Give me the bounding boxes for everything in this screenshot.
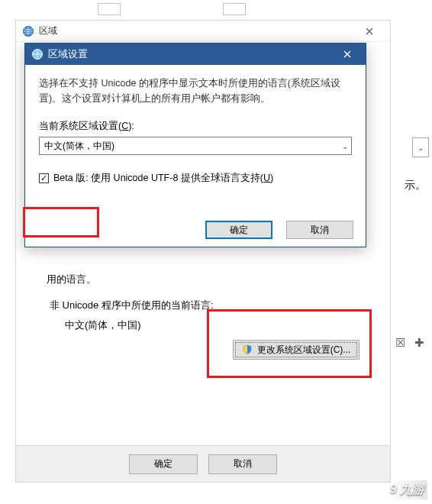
inner-ok-button[interactable]: 确定 bbox=[205, 221, 272, 239]
used-language-fragment: 用的语言。 bbox=[47, 273, 96, 286]
outer-button-row: 确定 取消 bbox=[16, 445, 390, 482]
current-locale-value: 中文(简体，中国) bbox=[44, 140, 114, 153]
outer-titlebar: 区域 bbox=[16, 21, 390, 42]
inner-button-row: 确定 取消 bbox=[205, 221, 353, 239]
uac-shield-icon bbox=[242, 344, 253, 355]
outer-ok-button[interactable]: 确定 bbox=[129, 454, 198, 474]
change-system-locale-button[interactable]: 更改系统区域设置(C)... bbox=[233, 340, 359, 360]
non-unicode-value: 中文(简体，中国) bbox=[65, 318, 141, 332]
utf8-beta-checkbox[interactable]: ✓ bbox=[39, 173, 49, 183]
background-tab-hints bbox=[98, 3, 246, 15]
inner-body: 选择在不支持 Unicode 的程序中显示文本时所使用的语言(系统区域设置)。这… bbox=[25, 65, 366, 247]
background-text-fragment: 示。 bbox=[405, 179, 426, 192]
inner-close-button[interactable] bbox=[334, 47, 361, 62]
watermark: 9 九游 bbox=[387, 480, 427, 499]
chevron-down-icon: ⌄ bbox=[342, 142, 348, 150]
highlight-rectangle-checkbox bbox=[23, 207, 99, 237]
region-settings-dialog: 区域设置 选择在不支持 Unicode 的程序中显示文本时所使用的语言(系统区域… bbox=[24, 43, 366, 247]
utf8-beta-row: ✓ Beta 版: 使用 Unicode UTF-8 提供全球语言支持(U) bbox=[39, 172, 352, 185]
utf8-beta-label: Beta 版: 使用 Unicode UTF-8 提供全球语言支持(U) bbox=[53, 172, 273, 185]
background-dropdown-fragment: ⌄ bbox=[412, 137, 429, 157]
globe-icon bbox=[22, 25, 34, 37]
current-locale-combobox[interactable]: 中文(简体，中国) ⌄ bbox=[39, 137, 352, 155]
inner-dialog-title: 区域设置 bbox=[48, 47, 334, 61]
inner-cancel-button[interactable]: 取消 bbox=[286, 221, 353, 239]
outer-close-button[interactable] bbox=[352, 21, 387, 42]
outer-cancel-button[interactable]: 取消 bbox=[208, 454, 277, 474]
non-unicode-label: 非 Unicode 程序中所使用的当前语言: bbox=[50, 299, 214, 312]
outer-window-title: 区域 bbox=[39, 24, 352, 37]
dialog-description: 选择在不支持 Unicode 的程序中显示文本时所使用的语言(系统区域设置)。这… bbox=[39, 76, 352, 106]
globe-icon bbox=[31, 48, 44, 60]
current-locale-label: 当前系统区域设置(C): bbox=[39, 120, 352, 133]
change-system-locale-label: 更改系统区域设置(C)... bbox=[257, 344, 351, 357]
inner-titlebar: 区域设置 bbox=[25, 44, 366, 65]
